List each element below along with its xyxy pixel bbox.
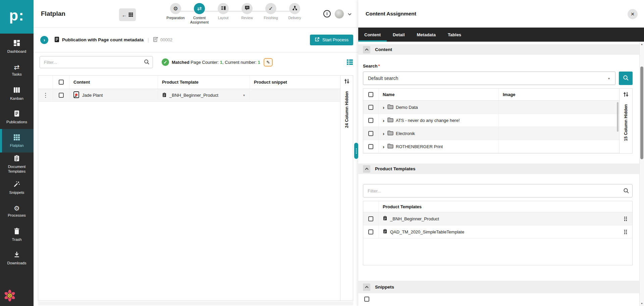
step-review[interactable]: Review (235, 3, 259, 25)
publication-number: 00002 (153, 37, 172, 43)
filter-input[interactable] (40, 56, 153, 68)
tasks-icon: ⇄ (13, 64, 20, 71)
section-title: Snippets (375, 285, 394, 290)
scrollbar-thumb[interactable] (640, 67, 643, 159)
row-checkbox[interactable] (368, 144, 373, 149)
tab-content[interactable]: Content (358, 28, 387, 42)
column-settings-icon[interactable] (623, 91, 629, 99)
panel-body: Content Search* Default search ▾ (358, 42, 639, 306)
launch-icon (315, 37, 320, 43)
row-checkbox[interactable] (368, 118, 373, 123)
collapse-content-button[interactable] (363, 46, 370, 53)
table-header-row: Product Templates (363, 201, 632, 212)
collapse-product-templates-button[interactable] (363, 165, 370, 173)
user-avatar[interactable] (335, 9, 344, 18)
status-page-counter-value: 1 (220, 60, 222, 65)
list-view-toggle-button[interactable] (346, 59, 353, 65)
table-row[interactable]: › ATS - never do any change here! (363, 114, 619, 127)
section-title: Product Templates (375, 166, 416, 171)
dev-atom-icon[interactable] (3, 289, 16, 302)
horizontal-scrollbar-track[interactable] (38, 301, 353, 305)
table-row[interactable]: QAD_TM_2020_SimpleTableTemplate (363, 225, 632, 238)
table-row[interactable]: › Electronik (363, 127, 619, 140)
sidebar-item-publications[interactable]: Publications (0, 105, 34, 129)
row-checkbox[interactable] (368, 105, 373, 110)
table-row[interactable]: › Demo Data (363, 101, 619, 114)
status-current-number-label: Current number: (225, 60, 257, 65)
select-all-checkbox[interactable] (59, 80, 64, 85)
column-header-content[interactable]: Content (69, 76, 158, 89)
scroll-up-icon[interactable]: ▲ (640, 43, 644, 45)
drag-handle-icon[interactable] (624, 217, 627, 221)
sidebar-item-downloads[interactable]: Downloads (0, 247, 34, 270)
product-templates-filter-input[interactable] (363, 184, 633, 198)
row-checkbox[interactable] (368, 229, 373, 234)
run-search-button[interactable] (619, 72, 633, 85)
column-settings-icon[interactable] (344, 78, 350, 86)
sidebar-item-snippets[interactable]: Snippets (0, 176, 34, 200)
column-header-product-template[interactable]: Product Template (158, 76, 250, 89)
column-header-product-templates[interactable]: Product Templates (379, 204, 426, 209)
select-all-checkbox[interactable] (368, 92, 373, 97)
table-row[interactable]: › ROTHENBERGER Print (363, 140, 619, 153)
row-checkbox[interactable] (368, 216, 373, 221)
sidebar-item-label: Trash (12, 237, 22, 242)
column-header-name[interactable]: Name (379, 89, 499, 100)
sidebar-item-label: Tasks (12, 72, 21, 77)
expand-chevron-icon[interactable]: › (383, 131, 384, 136)
step-finishing[interactable]: ✓ Finishing (259, 3, 283, 25)
product-snippet-cell[interactable] (250, 89, 340, 101)
back-to-grid-button[interactable]: ← (119, 8, 136, 21)
swap-arrows-icon: ⇄ (197, 6, 202, 11)
start-process-button[interactable]: Start Process (310, 35, 353, 45)
row-kebab-menu[interactable]: ⋮ (38, 89, 53, 101)
row-checkbox[interactable] (59, 93, 64, 98)
collapse-snippets-button[interactable] (363, 283, 370, 291)
search-icon (623, 75, 629, 82)
close-icon: × (631, 10, 634, 18)
chevron-down-icon[interactable] (348, 11, 352, 17)
column-header-product-snippet[interactable]: Product snippet (250, 76, 340, 89)
panel-scrollbar[interactable]: ▲ ▼ (639, 42, 644, 306)
dropdown-arrow-icon[interactable]: ▾ (243, 93, 245, 97)
section-title: Content (375, 47, 392, 52)
product-template-select[interactable]: _BNH_Beginner_Product ▾ (158, 89, 250, 101)
sidebar-item-tasks[interactable]: ⇄ Tasks (0, 58, 34, 82)
hidden-columns-gutter: 24 Column Hidden (340, 76, 353, 300)
close-panel-button[interactable]: × (628, 9, 638, 19)
row-checkbox[interactable] (368, 131, 373, 136)
info-icon[interactable]: i (323, 10, 331, 17)
expand-chevron-icon[interactable]: › (383, 104, 384, 110)
app-logo[interactable]: p: (0, 0, 34, 34)
row-checkbox[interactable] (364, 297, 369, 302)
tab-detail[interactable]: Detail (387, 28, 411, 42)
scroll-down-icon[interactable]: ▼ (640, 302, 644, 305)
tab-metadata[interactable]: Metadata (411, 28, 442, 42)
expand-chevron-icon[interactable]: › (40, 36, 48, 44)
sidebar-item-flatplan[interactable]: Flatplan (0, 129, 34, 152)
search-type-select[interactable]: Default search ▾ (363, 72, 615, 85)
column-header-image[interactable]: Image (499, 92, 619, 97)
drag-handle-icon[interactable] (624, 230, 627, 234)
table-row[interactable]: ⋮ Jade Plant _BNH_Beginner_Product ▾ (38, 89, 340, 102)
expand-chevron-icon[interactable]: › (383, 144, 384, 149)
step-layout[interactable]: Layout (211, 3, 235, 25)
edit-counter-button[interactable]: ✎ (264, 58, 273, 67)
expand-chevron-icon[interactable]: › (383, 118, 384, 123)
table-scrollbar-thumb[interactable] (617, 102, 619, 132)
sidebar-item-processes[interactable]: ⚙ Processes (0, 200, 34, 223)
document-version-icon (153, 37, 158, 43)
sidebar-item-kanban[interactable]: Kanban (0, 82, 34, 105)
table-row[interactable]: _BNH_Beginner_Product (363, 212, 632, 225)
kanban-icon (13, 87, 20, 95)
sidebar-item-document-templates[interactable]: Document Templates (0, 152, 34, 176)
sidebar-item-dashboard[interactable]: Dashboard (0, 35, 34, 58)
step-preparation[interactable]: ⚙ Preparation (164, 3, 187, 25)
sidebar-item-trash[interactable]: Trash (0, 223, 34, 247)
folder-name: ROTHENBERGER Print (396, 144, 443, 149)
tab-tables[interactable]: Tables (442, 28, 467, 42)
step-content-assignment[interactable]: ⇄ Content Assignment (187, 3, 211, 25)
step-delivery[interactable]: Delivery (283, 3, 307, 25)
panel-resize-handle[interactable] (354, 143, 358, 159)
publication-name: Publication with Page count metadata (54, 37, 144, 43)
